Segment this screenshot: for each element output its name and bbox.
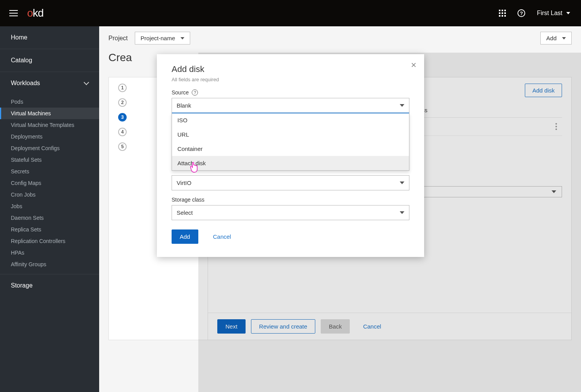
sidebar-item-secrets[interactable]: Secrets	[0, 166, 99, 177]
sidebar-workloads-label: Workloads	[11, 80, 40, 87]
sidebar-item-deployments[interactable]: Deployments	[0, 131, 99, 142]
interface-select[interactable]: VirtIO	[172, 175, 409, 190]
step-bullet: 2	[118, 98, 127, 107]
sidebar-item-workloads[interactable]: Workloads	[0, 72, 99, 94]
source-option-attach-disk[interactable]: Attach disk	[172, 156, 409, 170]
sidebar-item-stateful-sets[interactable]: Stateful Sets	[0, 154, 99, 166]
sidebar-item-replication-controllers[interactable]: Replication Controllers	[0, 235, 99, 247]
modal-title: Add disk	[172, 64, 409, 74]
caret-down-icon	[180, 37, 184, 39]
interface-selected-value: VirtIO	[177, 180, 191, 186]
step-bullet: 4	[118, 128, 127, 136]
add-disk-modal: × Add disk All fields are required Sourc…	[157, 54, 424, 257]
modal-add-button[interactable]: Add	[172, 229, 198, 244]
brand-logo-o: o	[27, 7, 33, 19]
caret-down-icon	[400, 104, 404, 107]
step-bullet: 3	[118, 113, 127, 122]
add-dropdown[interactable]: Add	[540, 32, 572, 45]
sidebar-item-pods[interactable]: Pods	[0, 96, 99, 108]
brand-logo[interactable]: okd	[27, 7, 43, 19]
sidebar-item-hpas[interactable]: HPAs	[0, 247, 99, 258]
sidebar-item-vm-templates[interactable]: Virtual Machine Templates	[0, 119, 99, 131]
sidebar-item-virtual-machines[interactable]: Virtual Machines	[0, 108, 99, 119]
chevron-down-icon	[84, 80, 89, 85]
sidebar-item-cron-jobs[interactable]: Cron Jobs	[0, 189, 99, 200]
sidebar: Home Catalog Workloads Pods Virtual Mach…	[0, 26, 99, 392]
sidebar-item-affinity-groups[interactable]: Affinity Groups	[0, 258, 99, 270]
project-label: Project	[108, 35, 128, 42]
top-bar: okd ? First Last	[0, 0, 581, 26]
close-icon[interactable]: ×	[411, 60, 416, 70]
help-icon[interactable]: ?	[192, 89, 198, 96]
sidebar-workloads-list: Pods Virtual Machines Virtual Machine Te…	[0, 94, 99, 274]
step-bullet: 5	[118, 142, 127, 151]
storage-class-select[interactable]: Select	[172, 205, 409, 220]
source-select[interactable]: Blank	[172, 98, 409, 113]
storage-class-label: Storage class	[172, 197, 409, 203]
sidebar-item-home[interactable]: Home	[0, 26, 99, 49]
source-option-url[interactable]: URL	[172, 127, 409, 142]
caret-down-icon	[566, 12, 570, 14]
add-label: Add	[546, 35, 557, 41]
storage-class-selected-value: Select	[177, 209, 193, 216]
modal-actions: Add Cancel	[172, 229, 409, 244]
brand-logo-kd: kd	[33, 7, 44, 19]
step-bullet: 1	[118, 84, 127, 92]
modal-cancel-button[interactable]: Cancel	[205, 230, 239, 243]
project-selector[interactable]: Project-name	[135, 32, 190, 45]
project-selected-value: Project-name	[141, 35, 175, 41]
sidebar-item-replica-sets[interactable]: Replica Sets	[0, 224, 99, 235]
sidebar-item-config-maps[interactable]: Config Maps	[0, 177, 99, 189]
user-menu[interactable]: First Last	[537, 10, 570, 17]
project-bar: Project Project-name Add	[99, 26, 581, 50]
sidebar-item-deployment-configs[interactable]: Deployment Configs	[0, 142, 99, 154]
sidebar-item-daemon-sets[interactable]: Daemon Sets	[0, 212, 99, 224]
source-selected-value: Blank	[177, 102, 191, 109]
sidebar-item-storage[interactable]: Storage	[0, 274, 99, 297]
caret-down-icon	[400, 181, 404, 184]
source-options-list: ISO URL Container Attach disk	[172, 113, 409, 171]
caret-down-icon	[562, 37, 566, 39]
help-icon[interactable]: ?	[517, 9, 525, 17]
caret-down-icon	[400, 211, 404, 214]
user-name: First Last	[537, 10, 562, 17]
modal-subtitle: All fields are required	[172, 77, 409, 82]
source-option-iso[interactable]: ISO	[172, 113, 409, 127]
apps-grid-icon[interactable]	[499, 10, 506, 17]
source-label: Source ?	[172, 89, 409, 96]
hamburger-menu-icon[interactable]	[9, 10, 18, 16]
source-label-text: Source	[172, 89, 189, 96]
sidebar-item-jobs[interactable]: Jobs	[0, 200, 99, 212]
source-option-container[interactable]: Container	[172, 142, 409, 156]
sidebar-item-catalog[interactable]: Catalog	[0, 49, 99, 72]
